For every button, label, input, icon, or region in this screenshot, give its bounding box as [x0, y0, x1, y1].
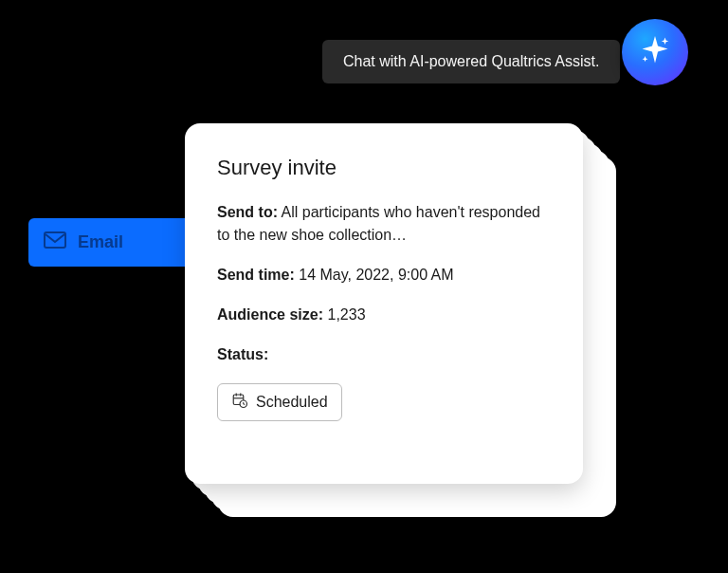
status-label: Status:	[217, 346, 268, 362]
assist-tooltip: Chat with AI-powered Qualtrics Assist.	[322, 40, 620, 83]
field-send-to: Send to: All participants who haven't re…	[217, 201, 551, 247]
status-badge[interactable]: Scheduled	[217, 383, 342, 421]
calendar-clock-icon	[231, 392, 248, 413]
card-stack: Survey invite Send to: All participants …	[185, 123, 592, 503]
audience-size-value: 1,233	[327, 306, 365, 323]
email-tab-label: Email	[78, 232, 123, 252]
field-audience-size: Audience size: 1,233	[217, 304, 551, 326]
field-status: Status:	[217, 343, 551, 366]
assist-button[interactable]	[622, 19, 688, 85]
svg-rect-0	[45, 232, 65, 248]
mail-icon	[44, 231, 66, 253]
send-to-label: Send to:	[217, 204, 278, 220]
send-time-label: Send time:	[217, 267, 295, 283]
assist-tooltip-text: Chat with AI-powered Qualtrics Assist.	[343, 53, 599, 69]
card-title: Survey invite	[217, 156, 551, 180]
field-send-time: Send time: 14 May, 2022, 9:00 AM	[217, 264, 551, 286]
survey-invite-card: Survey invite Send to: All participants …	[185, 123, 583, 484]
send-time-value: 14 May, 2022, 9:00 AM	[299, 267, 453, 283]
audience-size-label: Audience size:	[217, 306, 323, 323]
email-tab[interactable]: Email	[28, 218, 190, 267]
sparkle-icon	[638, 33, 672, 71]
status-badge-label: Scheduled	[256, 394, 328, 411]
